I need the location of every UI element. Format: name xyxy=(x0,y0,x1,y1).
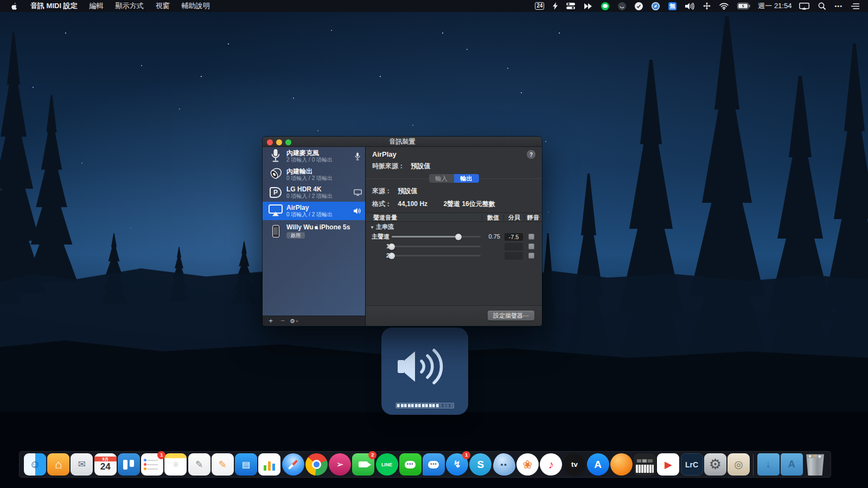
compass-icon[interactable] xyxy=(647,0,664,12)
tab-input[interactable]: 輸入 xyxy=(429,174,454,183)
sidebar-device-內建麥克風[interactable]: 內建麥克風2 項輸入 / 0 項輸出 xyxy=(263,147,365,165)
speaker-indicator-icon xyxy=(353,208,362,214)
dock-item-photos[interactable]: ❀ xyxy=(516,453,539,476)
gear-icon: ⚙ xyxy=(290,318,295,325)
wifi-icon[interactable] xyxy=(715,0,733,12)
volume-slider[interactable] xyxy=(392,246,481,247)
dock-item-applications-folder[interactable]: A xyxy=(781,453,803,476)
dock-item-calendar[interactable]: 8月24 xyxy=(94,453,117,476)
sidebar-device-內建輸出[interactable]: 內建輸出0 項輸入 / 2 項輸出 xyxy=(263,165,365,183)
apple-logo-icon xyxy=(11,2,18,10)
orb-icon[interactable] xyxy=(614,0,630,12)
volume-slider[interactable] xyxy=(392,255,481,256)
dock-item-facetime[interactable]: 2 xyxy=(352,453,374,476)
mute-checkbox[interactable] xyxy=(528,234,534,240)
dock-item-numbers[interactable] xyxy=(258,453,280,476)
calendar-date-icon[interactable]: 24 xyxy=(531,0,548,12)
disclosure-triangle-icon: ▼ xyxy=(370,225,374,230)
search-icon[interactable] xyxy=(814,0,830,12)
chevrons-icon[interactable] xyxy=(579,0,597,12)
configure-speakers-button[interactable]: 設定揚聲器⋯ xyxy=(488,311,534,320)
menu-item-1[interactable]: 編輯 xyxy=(84,2,110,10)
dock-item-orange-app[interactable] xyxy=(610,453,633,476)
dock-item-apple-tv[interactable]: tv xyxy=(563,453,585,476)
format-rate-value[interactable]: 44,100 Hz xyxy=(398,200,427,208)
volume-row-2: 2 xyxy=(366,251,542,260)
dock-item-mail[interactable]: ✉ xyxy=(71,453,93,476)
dock-item-reminders[interactable]: 1 xyxy=(141,453,163,476)
dock-item-preview[interactable]: ◎ xyxy=(727,453,750,476)
dock-item-system-preferences[interactable]: ⚙ xyxy=(704,453,726,476)
remove-device-button[interactable]: − xyxy=(278,316,288,326)
channel-label: 2 xyxy=(366,251,390,260)
dock-item-blue-chat[interactable]: ••• xyxy=(423,453,445,476)
tab-output[interactable]: 輸出 xyxy=(454,174,479,183)
dock-item-app-store[interactable]: A xyxy=(587,453,609,476)
sidebar-device-airplay[interactable]: AirPlay0 項輸入 / 2 項輸出 xyxy=(263,202,365,220)
volume-segment xyxy=(422,404,424,407)
volume-icon[interactable] xyxy=(681,0,699,12)
sidebar-device-lg-hdr-4k[interactable]: PLG HDR 4K0 項輸入 / 2 項輸出 xyxy=(263,183,365,202)
more-icon[interactable]: ••• xyxy=(830,0,847,12)
dock-item-line[interactable]: LINE xyxy=(376,453,398,476)
add-device-button[interactable]: + xyxy=(266,316,276,326)
window-title: 音訊裝置 xyxy=(263,137,542,146)
check-circle-icon[interactable] xyxy=(630,0,647,12)
dock-item-pages[interactable]: ✎ xyxy=(212,453,234,476)
dock-item-skype[interactable]: S xyxy=(469,453,492,476)
dock-item-music[interactable]: ♪ xyxy=(540,453,562,476)
dock-item-notes[interactable]: ≡ xyxy=(164,453,187,476)
panel-bottom-bar: 設定揚聲器⋯ xyxy=(366,305,542,326)
source-value[interactable]: 預設值 xyxy=(398,187,417,195)
slider-knob[interactable] xyxy=(388,253,395,259)
sidebar-device-willy-wu[interactable]: Willy WuiPhone 5s啟用 xyxy=(263,220,365,242)
apple-menu[interactable] xyxy=(8,2,24,10)
dock-item-ghost-chat[interactable]: •• xyxy=(493,453,515,476)
bolt-icon[interactable] xyxy=(548,0,562,12)
close-button[interactable] xyxy=(267,139,273,145)
dock-item-downloads-folder[interactable]: ↓ xyxy=(757,453,780,476)
list-icon[interactable] xyxy=(847,0,864,12)
slider-knob[interactable] xyxy=(455,234,462,240)
device-actions-button[interactable]: ⚙˅ xyxy=(290,318,298,325)
dock-item-wechat[interactable]: ••• xyxy=(399,453,422,476)
menu-item-0[interactable]: 音訊 MIDI 設定 xyxy=(24,2,84,10)
dock-item-trello[interactable] xyxy=(118,453,140,476)
window-titlebar[interactable]: 音訊裝置 xyxy=(263,137,542,147)
master-stream-group[interactable]: ▼主串流 xyxy=(370,223,394,231)
mute-checkbox[interactable] xyxy=(528,253,534,259)
dock-item-home[interactable]: ⌂ xyxy=(47,453,69,476)
battery-icon[interactable] xyxy=(733,0,755,12)
zoom-button[interactable] xyxy=(285,139,291,145)
spatial-audio-icon[interactable] xyxy=(699,0,715,12)
dock-item-skitch[interactable]: ➢ xyxy=(329,453,351,476)
dock-item-chrome[interactable] xyxy=(305,453,328,476)
channel-label: 主聲道 xyxy=(366,232,390,241)
dock-item-messenger[interactable]: ↯1 xyxy=(446,453,468,476)
dock-item-keynote[interactable]: ▤ xyxy=(235,453,257,476)
menu-item-3[interactable]: 視窗 xyxy=(150,2,176,10)
dock-item-finder[interactable]: ☺ xyxy=(24,453,46,476)
microphone-icon xyxy=(270,149,281,164)
clock[interactable]: 週一 21:54 xyxy=(755,0,795,12)
minimize-button[interactable] xyxy=(276,139,282,145)
dock-item-trash[interactable] xyxy=(804,453,826,476)
menu-item-4[interactable]: 輔助說明 xyxy=(176,2,216,10)
menu-item-2[interactable]: 顯示方式 xyxy=(110,2,150,10)
slider-knob[interactable] xyxy=(388,243,395,250)
dock-item-lightroom-classic[interactable]: LrC xyxy=(681,453,703,476)
screen-mirroring-icon[interactable] xyxy=(795,0,814,12)
volume-slider[interactable] xyxy=(392,236,481,237)
input-method-icon[interactable]: 無 xyxy=(664,0,681,12)
toggles-icon[interactable] xyxy=(562,0,579,12)
format-channels-value[interactable]: 2聲道 16位元整數 xyxy=(443,200,495,208)
display-indicator-icon xyxy=(353,189,362,196)
dock-item-textedit[interactable]: ✎ xyxy=(188,453,210,476)
dock-item-safari[interactable] xyxy=(282,453,304,476)
help-button[interactable]: ? xyxy=(527,150,535,159)
mute-checkbox[interactable] xyxy=(528,243,534,249)
device-io-detail: 0 項輸入 / 2 項輸出 xyxy=(286,175,353,182)
dock-item-video-player[interactable]: ▶ xyxy=(657,453,679,476)
dock-item-audio-midi-setup[interactable] xyxy=(634,453,656,476)
line-status-icon[interactable] xyxy=(597,0,614,12)
